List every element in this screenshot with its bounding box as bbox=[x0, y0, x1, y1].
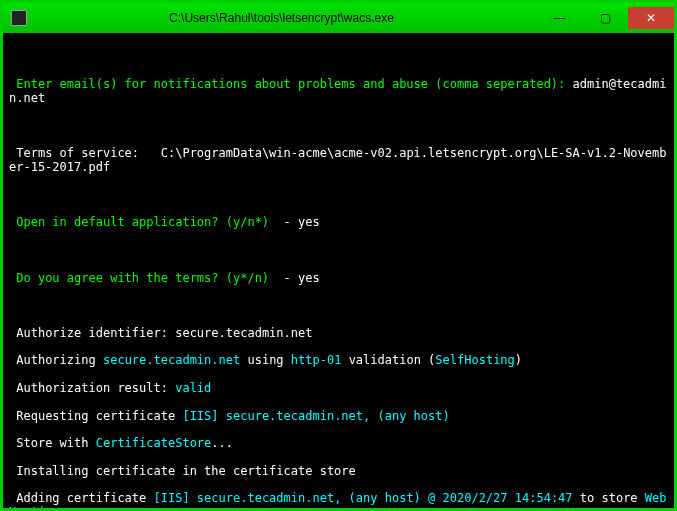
authz-method: http-01 bbox=[291, 353, 342, 367]
close-button[interactable]: ✕ bbox=[628, 7, 674, 29]
add-cert-name: [IIS] secure.tecadmin.net, (any host) bbox=[154, 491, 421, 505]
maximize-button[interactable]: ▢ bbox=[582, 7, 628, 29]
install-store: Installing certificate in the certificat… bbox=[16, 464, 356, 478]
titlebar: C:\Users\Rahul\tools\letsencrypt\wacs.ex… bbox=[3, 3, 674, 33]
req-cert-label: Requesting certificate bbox=[16, 409, 175, 423]
terms-label: Terms of service: bbox=[16, 146, 139, 160]
add-cert-time: @ 2020/2/27 14:54:47 bbox=[428, 491, 573, 505]
store-name: CertificateStore bbox=[96, 436, 212, 450]
authz-plugin: SelfHosting bbox=[435, 353, 514, 367]
store-prefix: Store with bbox=[16, 436, 88, 450]
auth-id-label: Authorize identifier: bbox=[16, 326, 168, 340]
minimize-button[interactable]: — bbox=[536, 7, 582, 29]
req-cert-name: [IIS] secure.tecadmin.net, (any host) bbox=[182, 409, 449, 423]
store-suffix: ... bbox=[211, 436, 233, 450]
agree-prompt: Do you agree with the terms? (y*/n) bbox=[16, 271, 269, 285]
window-title: C:\Users\Rahul\tools\letsencrypt\wacs.ex… bbox=[27, 11, 536, 25]
window-controls: — ▢ ✕ bbox=[536, 7, 674, 29]
auth-id: secure.tecadmin.net bbox=[175, 326, 312, 340]
open-prompt: Open in default application? (y/n*) bbox=[16, 215, 269, 229]
auth-result-label: Authorization result: bbox=[16, 381, 168, 395]
email-prompt: Enter email(s) for notifications about p… bbox=[16, 77, 565, 91]
open-answer: - yes bbox=[284, 215, 320, 229]
add-cert-mid: to store bbox=[580, 491, 638, 505]
authz-host: secure.tecadmin.net bbox=[103, 353, 240, 367]
agree-answer: - yes bbox=[284, 271, 320, 285]
authz-mid: using bbox=[247, 353, 283, 367]
app-icon bbox=[11, 10, 27, 26]
authz-prefix: Authorizing bbox=[16, 353, 95, 367]
terminal-output[interactable]: Enter email(s) for notifications about p… bbox=[3, 33, 674, 508]
add-cert-label: Adding certificate bbox=[16, 491, 146, 505]
authz-suffix: ) bbox=[515, 353, 522, 367]
auth-result: valid bbox=[175, 381, 211, 395]
authz-mid2: validation ( bbox=[349, 353, 436, 367]
